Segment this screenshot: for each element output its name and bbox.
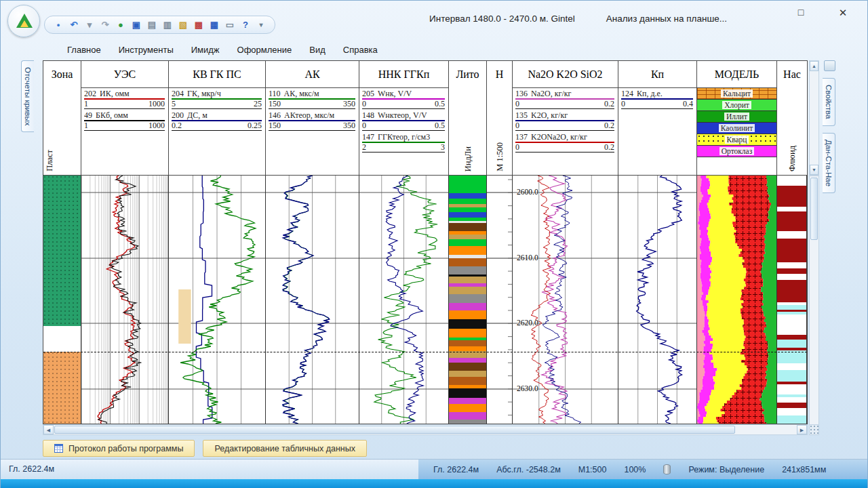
chart-icon[interactable]: ▦ (209, 20, 220, 30)
curve-label-49[interactable]: 49БКб, омм (84, 111, 165, 121)
curve-label-136[interactable]: 136Na2O, кг/кг (515, 89, 614, 100)
track-header-zone[interactable]: ЗонаПласт (43, 61, 81, 175)
legend-item-3[interactable]: Каолинит (697, 123, 776, 134)
scroll-right-icon[interactable]: ▶ (797, 425, 807, 434)
horizontal-scrollbar[interactable]: ◀ ▶ (43, 424, 808, 435)
track-header-depth[interactable]: НМ 1:500 (487, 61, 513, 175)
curve-scale-110: 150350 (269, 100, 355, 109)
track-header-sat[interactable]: НасФлюид (777, 61, 807, 175)
plot-track-model[interactable] (697, 176, 777, 424)
menu-item-view[interactable]: Вид (301, 41, 334, 58)
legend-item-1[interactable]: Хлорит (697, 100, 776, 111)
resize-grip[interactable] (809, 424, 819, 435)
refresh-icon[interactable]: ● (115, 20, 126, 30)
undo-icon[interactable]: ↶ (68, 20, 79, 30)
maximize-button[interactable]: □ (787, 3, 814, 22)
plot-track-kp[interactable] (618, 176, 697, 424)
quick-access-toolbar: •↶▾↷●▣▤▥▧▩▦▭?▾ (44, 16, 275, 34)
save-icon[interactable]: ▣ (131, 20, 142, 30)
menu-item-tools[interactable]: Инструменты (111, 41, 182, 58)
curve-label-205[interactable]: 205Wнк, V/V (362, 89, 445, 100)
curve-label-204[interactable]: 204ГК, мкр/ч (172, 89, 262, 100)
legend-item-0[interactable]: Кальцит (697, 88, 776, 100)
track-header-res[interactable]: УЭС202ИК, омм1100049БКб, омм11000 (81, 61, 169, 175)
status-zoom[interactable]: 100% (624, 465, 646, 474)
zone-block-1[interactable] (43, 352, 81, 424)
log-plot-area[interactable]: 2600.02610.02620.02630.0 (43, 176, 808, 424)
curve-label-135[interactable]: 135K2O, кг/кг (515, 111, 614, 121)
plot-track-depth[interactable] (487, 176, 513, 424)
curve-label-124[interactable]: 124Кп, д.е. (621, 89, 693, 100)
vscroll-thumb[interactable] (810, 178, 818, 240)
close-button[interactable]: ✕ (829, 3, 856, 22)
track-title-ak: АК (266, 61, 359, 88)
tab-curve-readings[interactable]: Отсчеты кривых (21, 60, 34, 132)
current-depth-marker[interactable] (43, 352, 807, 352)
app-logo-icon[interactable] (7, 5, 40, 37)
hscroll-thumb[interactable] (54, 426, 735, 434)
track-header-chem[interactable]: Na2O K2O SiO2136Na2O, кг/кг00.2135K2O, к… (513, 61, 618, 175)
track-title-chem: Na2O K2O SiO2 (513, 61, 618, 88)
plot-track-res[interactable] (81, 176, 169, 424)
status-mode[interactable]: Режим: Выделение (688, 465, 764, 474)
panel-icon[interactable] (824, 60, 835, 71)
track-title-gk: КВ ГК ПС (169, 61, 265, 88)
record-dot-icon[interactable]: • (53, 20, 64, 30)
report-icon[interactable]: ▤ (146, 20, 157, 30)
folder-icon[interactable]: ▧ (178, 20, 189, 30)
plot-track-litho[interactable] (449, 176, 487, 424)
qat-more-icon[interactable]: ▾ (256, 20, 267, 30)
curve-label-148[interactable]: 148Wнктеор, V/V (362, 111, 445, 121)
picture-icon[interactable]: ▩ (193, 20, 204, 30)
menu-item-help[interactable]: Справка (335, 41, 386, 58)
track-header-nnk[interactable]: ННК ГГКп205Wнк, V/V00.5148Wнктеор, V/V00… (359, 61, 449, 175)
track-header-table: ЗонаПластУЭС202ИК, омм1100049БКб, омм110… (43, 60, 808, 176)
tab-properties[interactable]: Свойства (823, 78, 835, 126)
tab-dan-sta-nav[interactable]: Дан-Ста-Нае (823, 133, 835, 193)
scroll-up-icon[interactable]: ▲ (810, 61, 818, 71)
track-vlabel-sat: Флюид (787, 146, 797, 171)
undo-dropdown-icon[interactable]: ▾ (84, 20, 95, 30)
help-icon[interactable]: ? (240, 20, 251, 30)
track-header-gk[interactable]: КВ ГК ПС204ГК, мкр/ч525200ДС, м0.20.25 (169, 61, 266, 175)
curve-label-110[interactable]: 110АК, мкс/м (269, 89, 355, 100)
track-header-model[interactable]: МОДЕЛЬКальцитХлоритИллитКаолинитКварцОрт… (697, 61, 777, 175)
curve-label-200[interactable]: 200ДС, м (172, 111, 262, 121)
plot-track-ak[interactable] (266, 176, 359, 424)
window-title: Интервал 1480.0 - 2470.0 м. Gintel Анали… (429, 14, 727, 24)
curve-label-146[interactable]: 146АКтеор, мкс/м (269, 111, 355, 121)
status-depth: Гл. 2622.4м (433, 465, 479, 474)
curve-scale-200: 0.20.25 (172, 121, 262, 131)
redo-icon[interactable]: ↷ (100, 20, 111, 30)
menu-item-design[interactable]: Оформление (229, 41, 300, 58)
curve-scale-148: 00.5 (362, 121, 445, 131)
track-header-litho[interactable]: ЛитоИндЛи (449, 61, 487, 175)
status-depth-left: Гл. 2622.4м (9, 464, 54, 474)
header-scrollbar[interactable]: ▲ ▼ (809, 60, 819, 176)
legend-item-5[interactable]: Ортоклаз (697, 146, 776, 157)
legend-item-2[interactable]: Иллит (697, 111, 776, 123)
tab-table-edit[interactable]: Редактирование табличных данных (203, 440, 367, 457)
vertical-scrollbar[interactable]: ▼ (809, 176, 819, 435)
legend-item-4[interactable]: Кварц (697, 134, 776, 146)
curve-label-147[interactable]: 147ГГКтеор, г/см3 (362, 133, 445, 143)
curve-label-202[interactable]: 202ИК, омм (84, 89, 165, 100)
zone-block-0[interactable] (43, 176, 81, 326)
scroll-down-icon[interactable]: ▼ (810, 165, 818, 175)
plot-track-sat[interactable] (777, 176, 807, 424)
track-header-ak[interactable]: АК110АК, мкс/м150350146АКтеор, мкс/м1503… (266, 61, 359, 175)
status-scale[interactable]: М1:500 (578, 465, 607, 474)
menu-item-main[interactable]: Главное (59, 41, 109, 58)
plot-track-nnk[interactable] (359, 176, 449, 424)
scroll-left-icon[interactable]: ◀ (43, 425, 54, 434)
curve-label-137[interactable]: 137K2ONa2O, кг/кг (515, 133, 614, 143)
titlebar: •↶▾↷●▣▤▥▧▩▦▭?▾ Интервал 1480.0 - 2470.0 … (1, 1, 867, 40)
menu-item-image[interactable]: Имидж (183, 41, 228, 58)
tab-protocol[interactable]: Протокол работы программы (43, 440, 195, 457)
plot-track-gk[interactable] (169, 176, 266, 424)
track-header-kp[interactable]: Кп124Кп, д.е.00.4 (618, 61, 697, 175)
preview-icon[interactable]: ▭ (224, 20, 235, 30)
copy-icon[interactable]: ▥ (162, 20, 173, 30)
eraser-tool-icon[interactable] (663, 464, 671, 474)
plot-track-zone[interactable] (43, 176, 81, 424)
